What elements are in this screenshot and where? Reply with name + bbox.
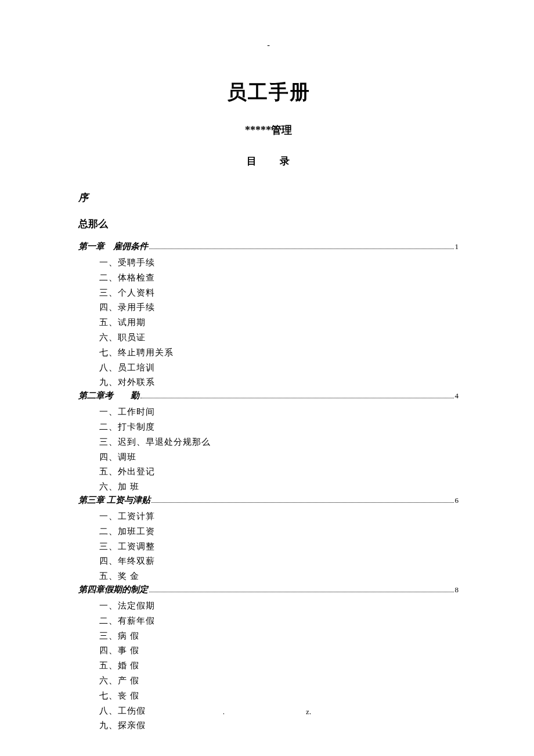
chapter-row: 第一章 雇佣条件1	[78, 241, 459, 252]
leader-dots	[151, 502, 454, 503]
toc-item: 三、工资调整	[78, 539, 459, 555]
toc-item: 八、员工培训	[78, 361, 459, 376]
toc-item: 五、婚 假	[78, 658, 459, 674]
header-mark: -	[78, 41, 459, 50]
toc-item: 五、外出登记	[78, 465, 459, 480]
toc-item: 三、病 假	[78, 629, 459, 644]
chapter-title: 第四章假期的制定	[78, 584, 148, 595]
toc-item: 二、加班工资	[78, 524, 459, 539]
toc-item: 四、事 假	[78, 643, 459, 658]
toc-item: 三、迟到、早退处分规那么	[78, 435, 459, 450]
chapter-page-number: 4	[455, 391, 459, 401]
leader-dots	[149, 249, 454, 249]
toc-item: 六、产 假	[78, 674, 459, 689]
document-title: 员工手册	[78, 79, 459, 106]
document-page: - 员工手册 *****管理 目 录 序 总那么 第一章 雇佣条件1一、受聘手续…	[0, 0, 534, 733]
footer-left: .	[223, 707, 225, 716]
toc-item: 七、丧 假	[78, 689, 459, 704]
chapter-page-number: 6	[455, 496, 459, 505]
leader-dots	[140, 398, 454, 398]
toc-item: 二、体格检查	[78, 271, 459, 286]
toc-item: 五、奖 金	[78, 569, 459, 584]
toc-item: 二、打卡制度	[78, 420, 459, 435]
leader-dots	[149, 592, 454, 592]
toc-heading: 目 录	[78, 154, 459, 168]
chapter-title: 第三章 工资与津贴	[78, 495, 150, 506]
toc-item: 五、试用期	[78, 315, 459, 330]
toc-item: 六、加 班	[78, 480, 459, 495]
general-heading: 总那么	[78, 217, 459, 231]
toc-body: 第一章 雇佣条件1一、受聘手续二、体格检查三、个人资料四、录用手续五、试用期六、…	[78, 241, 459, 733]
toc-item: 三、个人资料	[78, 286, 459, 301]
toc-item: 二、有薪年假	[78, 614, 459, 629]
footer-right: z.	[306, 707, 311, 716]
toc-item: 四、录用手续	[78, 300, 459, 315]
toc-item: 一、法定假期	[78, 599, 459, 614]
chapter-row: 第四章假期的制定8	[78, 584, 459, 595]
chapter-title: 第二章考 勤	[78, 390, 139, 401]
chapter-row: 第二章考 勤4	[78, 390, 459, 401]
toc-item: 九、对外联系	[78, 375, 459, 390]
toc-item: 四、调班	[78, 450, 459, 465]
document-subtitle: *****管理	[78, 123, 459, 137]
toc-item: 四、年终双薪	[78, 554, 459, 569]
toc-item: 一、工资计算	[78, 509, 459, 524]
toc-item: 一、受聘手续	[78, 255, 459, 271]
chapter-page-number: 8	[455, 585, 459, 595]
page-footer: .z.	[0, 707, 534, 717]
preface-heading: 序	[78, 191, 459, 204]
toc-item: 九、探亲假	[78, 718, 459, 733]
chapter-row: 第三章 工资与津贴6	[78, 495, 459, 506]
chapter-title: 第一章 雇佣条件	[78, 241, 148, 252]
toc-item: 七、终止聘用关系	[78, 345, 459, 361]
chapter-page-number: 1	[455, 242, 459, 251]
toc-item: 六、职员证	[78, 330, 459, 345]
toc-item: 一、工作时间	[78, 405, 459, 420]
